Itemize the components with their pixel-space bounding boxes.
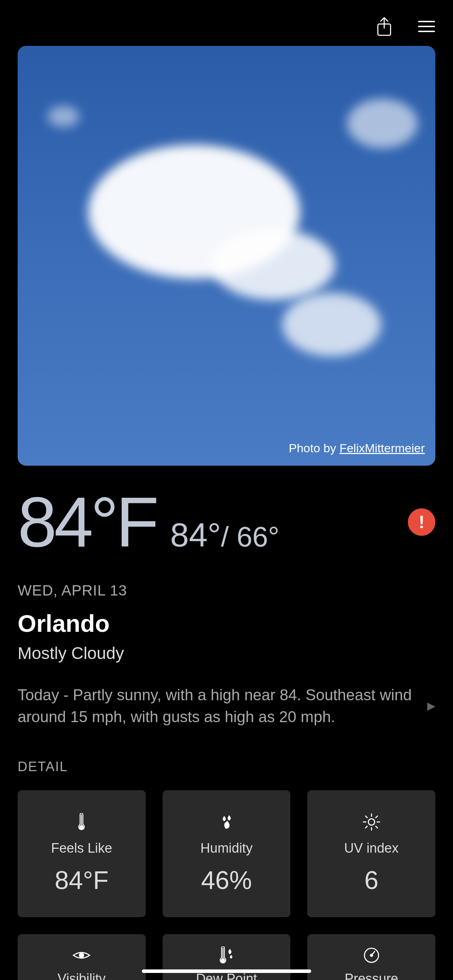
high-temperature: 84° <box>170 516 221 554</box>
current-temperature: 84°F <box>17 487 156 557</box>
photo-credit: Photo by FelixMittermeier <box>289 441 425 455</box>
svg-point-15 <box>221 959 225 963</box>
location-name: Orlando <box>17 609 436 637</box>
weather-alert-badge[interactable]: ! <box>408 508 436 536</box>
card-value: 6 <box>364 866 378 895</box>
dew-point-card[interactable]: Dew Point <box>163 934 291 980</box>
forecast-description: Today - Partly sunny, with a high near 8… <box>17 684 416 727</box>
visibility-card[interactable]: Visibility <box>17 934 146 980</box>
chevron-right-icon: ▶ <box>427 700 436 712</box>
pressure-card[interactable]: Pressure <box>307 934 436 980</box>
thermometer-icon <box>77 813 86 831</box>
cloud-decoration <box>212 229 335 300</box>
gauge-icon <box>363 947 380 964</box>
eye-icon <box>73 947 90 964</box>
card-label: UV index <box>344 841 399 856</box>
low-temperature: 66° <box>237 521 280 552</box>
sun-icon <box>363 813 380 831</box>
weather-condition: Mostly Cloudy <box>17 643 436 663</box>
card-label: Feels Like <box>51 841 112 856</box>
hero-sky-image: Photo by FelixMittermeier <box>17 46 436 466</box>
main-content: Photo by FelixMittermeier 84°F 84°/ 66° … <box>0 46 453 980</box>
svg-line-13 <box>366 826 367 828</box>
humidity-card[interactable]: Humidity 46% <box>163 790 291 917</box>
svg-line-10 <box>366 816 367 818</box>
current-date: WED, APRIL 13 <box>17 582 436 599</box>
svg-line-12 <box>376 816 377 818</box>
share-button[interactable] <box>375 18 393 35</box>
svg-point-5 <box>368 819 375 825</box>
alert-icon: ! <box>419 512 425 532</box>
card-value: 46% <box>201 866 252 895</box>
header-bar <box>0 0 453 46</box>
detail-grid: Feels Like 84°F Humidity 46% <box>17 790 436 980</box>
svg-point-4 <box>80 826 83 829</box>
photo-credit-link[interactable]: FelixMittermeier <box>339 441 425 455</box>
forecast-row[interactable]: Today - Partly sunny, with a high near 8… <box>17 684 436 727</box>
humidity-icon <box>219 813 234 831</box>
temperature-row: 84°F 84°/ 66° ! <box>17 487 436 557</box>
cloud-decoration <box>282 293 381 356</box>
menu-button[interactable] <box>418 18 436 35</box>
svg-point-17 <box>370 954 373 956</box>
svg-line-11 <box>376 826 377 828</box>
uv-index-card[interactable]: UV index 6 <box>307 790 436 917</box>
home-indicator[interactable] <box>142 969 311 973</box>
detail-section-title: DETAIL <box>17 759 436 774</box>
cloud-decoration <box>48 106 79 127</box>
svg-point-14 <box>79 953 84 958</box>
card-value: 84°F <box>55 866 109 895</box>
temperature-range: 84°/ 66° <box>170 518 280 552</box>
card-label: Visibility <box>57 971 106 980</box>
card-label: Pressure <box>345 971 398 980</box>
cloud-decoration <box>347 99 418 148</box>
credit-prefix: Photo by <box>289 441 340 455</box>
feels-like-card[interactable]: Feels Like 84°F <box>17 790 146 917</box>
card-label: Humidity <box>200 841 253 856</box>
dew-point-icon <box>219 947 234 964</box>
